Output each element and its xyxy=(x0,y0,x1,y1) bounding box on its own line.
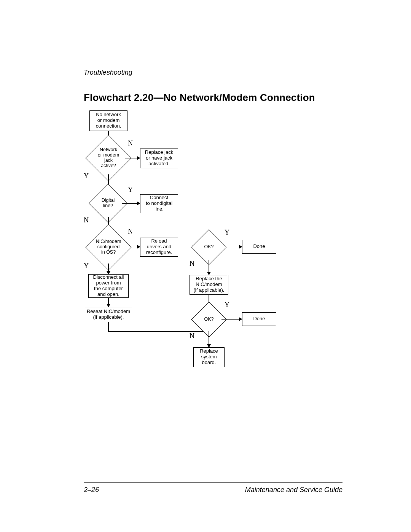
label-y: Y xyxy=(128,186,133,194)
label-n: N xyxy=(128,139,133,147)
decision-ok-2: OK? xyxy=(196,307,221,332)
label-y: Y xyxy=(84,172,89,180)
label-y: Y xyxy=(225,301,229,309)
label-y: Y xyxy=(225,228,229,236)
decision-digital-line: Digitalline? xyxy=(94,190,122,217)
node-start: No networkor modemconnection. xyxy=(89,110,127,131)
connector xyxy=(108,264,109,272)
connector xyxy=(221,247,241,248)
decision-ok-1: OK? xyxy=(196,235,221,260)
label-n: N xyxy=(128,228,133,236)
decision-text: OK? xyxy=(196,307,221,332)
node-replace-system-board: Replacesystemboard. xyxy=(193,347,225,367)
decision-text: Networkor modem jackactive? xyxy=(92,142,125,174)
page-number: 2–26 xyxy=(84,486,99,494)
connector xyxy=(125,247,139,248)
connector xyxy=(209,260,209,273)
connector xyxy=(125,158,139,159)
node-reseat-nic: Reseat NIC/modem(if applicable). xyxy=(84,307,133,322)
label-n: N xyxy=(190,332,194,340)
connector xyxy=(209,331,209,345)
page-footer: 2–26 Maintenance and Service Guide xyxy=(84,482,342,494)
node-done-2: Done xyxy=(242,312,276,326)
flowchart-title: Flowchart 2.20—No Network/Modem Connecti… xyxy=(84,92,342,104)
label-n: N xyxy=(190,260,194,268)
node-done-1: Done xyxy=(242,240,276,254)
node-reload-drivers: Reloaddrivers andreconfigure. xyxy=(140,238,178,257)
guide-title: Maintenance and Service Guide xyxy=(245,486,342,494)
decision-text: NIC/modemconfiguredin OS? xyxy=(92,231,125,264)
decision-text: Digitalline? xyxy=(94,190,122,217)
decision-jack-active: Networkor modem jackactive? xyxy=(92,142,125,174)
flowchart: No networkor modemconnection. Networkor … xyxy=(84,110,342,404)
label-y: Y xyxy=(84,262,89,270)
node-disconnect-power: Disconnect allpower fromthe computerand … xyxy=(88,274,129,298)
label-n: N xyxy=(84,216,89,224)
decision-nic-configured: NIC/modemconfiguredin OS? xyxy=(92,231,125,264)
node-connect-nondigital: Connectto nondigitalline. xyxy=(140,194,178,213)
node-replace-jack: Replace jackor have jackactivated. xyxy=(140,149,178,168)
connector xyxy=(108,322,109,331)
section-header: Troubleshooting xyxy=(84,69,342,79)
connector xyxy=(122,203,139,204)
document-page: Troubleshooting Flowchart 2.20—No Networ… xyxy=(0,0,411,532)
decision-text: OK? xyxy=(196,235,221,260)
connector xyxy=(221,319,241,320)
node-replace-nic: Replace theNIC/modem(if applicable). xyxy=(190,275,228,295)
